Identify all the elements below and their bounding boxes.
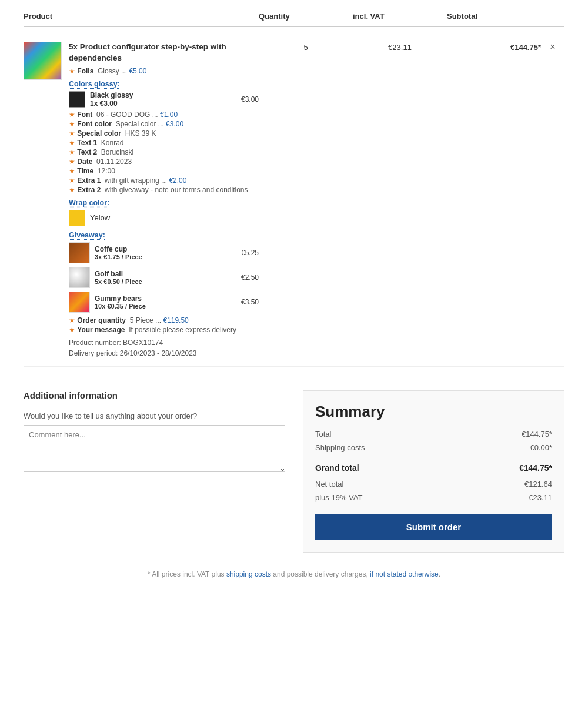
coffe-cup-info: Coffe cup 3x €1.75 / Piece xyxy=(95,245,236,260)
font-color-item: ★ Font color Special color ... €3.00 xyxy=(69,120,259,128)
extra1-item: ★ Extra 1 with gift wrapping ... €2.00 xyxy=(69,176,259,185)
product-thumbnail xyxy=(24,42,62,80)
grand-total-row: Grand total €144.75* xyxy=(315,457,552,473)
coffe-cup-price: €5.25 xyxy=(241,249,259,257)
footer-note-after: and possible delivery charges, xyxy=(271,570,370,578)
gummy-bears-info: Gummy bears 10x €0.35 / Piece xyxy=(95,294,236,310)
vat-value: €23.11 xyxy=(529,493,552,502)
cart-row: 5x Product configurator step-by-step wit… xyxy=(24,33,564,367)
col-vat-label: incl. VAT xyxy=(353,12,447,21)
golf-ball-thumb xyxy=(69,267,90,288)
golf-ball-qty: 5x €0.50 / Piece xyxy=(95,278,236,285)
coffe-cup-qty: 3x €1.75 / Piece xyxy=(95,253,236,260)
delivery-period: Delivery period: 26/10/2023 - 28/10/2023 xyxy=(69,349,259,357)
coffe-cup-name: Coffe cup xyxy=(95,245,236,253)
wrap-color-name: Yelow xyxy=(90,213,110,222)
col-quantity-label: Quantity xyxy=(259,12,353,21)
total-value: €144.75* xyxy=(522,430,552,439)
total-label: Total xyxy=(315,430,331,439)
special-color-item: ★ Special color HKS 39 K xyxy=(69,129,259,138)
wrap-color-label[interactable]: Wrap color: xyxy=(69,199,259,207)
black-glossy-option: Black glossy 1x €3.00 €3.00 xyxy=(69,91,259,108)
product-title: 5x Product configurator step-by-step wit… xyxy=(69,42,259,64)
vat-row: plus 19% VAT €23.11 xyxy=(315,493,552,502)
foils-item: ★ Foils Glossy ... €5.00 xyxy=(69,67,259,75)
black-glossy-name: Black glossy 1x €3.00 xyxy=(90,91,133,108)
shipping-label: Shipping costs xyxy=(315,443,365,452)
gummy-bears-image xyxy=(69,292,89,312)
coffe-cup-item: Coffe cup 3x €1.75 / Piece €5.25 xyxy=(69,242,259,263)
shipping-value: €0.00* xyxy=(530,443,552,452)
gummy-bears-item: Gummy bears 10x €0.35 / Piece €3.50 xyxy=(69,292,259,313)
vat-label: plus 19% VAT xyxy=(315,493,362,502)
shipping-costs-link[interactable]: shipping costs xyxy=(226,570,271,578)
subtotal-cell: €144.75* xyxy=(447,42,541,52)
total-row: Total €144.75* xyxy=(315,430,552,439)
grand-total-label: Grand total xyxy=(315,463,359,473)
if-not-stated-link[interactable]: if not stated otherwise xyxy=(370,570,439,578)
additional-info-section: Additional information Would you like to… xyxy=(24,390,285,553)
grand-total-value: €144.75* xyxy=(519,463,552,473)
golf-ball-image xyxy=(69,267,89,287)
giveaway-label[interactable]: Giveaway: xyxy=(69,231,259,239)
gummy-bears-price: €3.50 xyxy=(241,298,259,306)
gummy-bears-qty: 10x €0.35 / Piece xyxy=(95,303,236,310)
submit-order-button[interactable]: Submit order xyxy=(315,514,552,540)
net-total-row: Net total €121.64 xyxy=(315,480,552,488)
additional-info-divider xyxy=(24,404,285,404)
footer-note-before: * All prices incl. VAT plus xyxy=(148,570,226,578)
golf-ball-item: Golf ball 5x €0.50 / Piece €2.50 xyxy=(69,267,259,288)
foils-star: ★ xyxy=(69,67,75,75)
quantity-cell: 5 xyxy=(259,42,353,52)
order-quantity-item: ★ Order quantity 5 Piece ... €119.50 xyxy=(69,316,259,324)
text2-item: ★ Text 2 Borucinski xyxy=(69,148,259,156)
your-message-item: ★ Your message If possible please expres… xyxy=(69,326,259,334)
footer-note-end: . xyxy=(439,570,440,578)
extra2-item: ★ Extra 2 with giveaway - note our terms… xyxy=(69,186,259,194)
additional-info-title: Additional information xyxy=(24,390,285,400)
col-product-label: Product xyxy=(24,12,259,21)
footer-note: * All prices incl. VAT plus shipping cos… xyxy=(24,570,564,578)
summary-title: Summary xyxy=(315,403,552,421)
comment-textarea[interactable] xyxy=(24,425,285,472)
net-total-label: Net total xyxy=(315,480,343,488)
additional-info-question: Would you like to tell us anything about… xyxy=(24,411,285,420)
yellow-swatch xyxy=(69,210,85,226)
product-thumb-image xyxy=(24,42,61,79)
date-item: ★ Date 01.11.2023 xyxy=(69,158,259,166)
product-details: 5x Product configurator step-by-step wit… xyxy=(69,42,259,357)
golf-ball-name: Golf ball xyxy=(95,270,236,278)
cart-table-header: Product Quantity incl. VAT Subtotal xyxy=(24,12,564,27)
col-subtotal-label: Subtotal xyxy=(447,12,541,21)
font-item: ★ Font 06 - GOOD DOG ... €1.00 xyxy=(69,111,259,119)
golf-ball-price: €2.50 xyxy=(241,273,259,282)
black-swatch xyxy=(69,91,85,108)
coffe-cup-thumb xyxy=(69,242,90,263)
product-number: Product number: BOGX10174 xyxy=(69,339,259,347)
gummy-bears-thumb xyxy=(69,292,90,313)
summary-box: Summary Total €144.75* Shipping costs €0… xyxy=(303,390,564,553)
time-item: ★ Time 12:00 xyxy=(69,167,259,175)
gummy-bears-name: Gummy bears xyxy=(95,294,236,303)
text1-item: ★ Text 1 Konrad xyxy=(69,139,259,147)
vat-cell: €23.11 xyxy=(353,42,447,52)
golf-ball-info: Golf ball 5x €0.50 / Piece xyxy=(95,270,236,285)
colors-glossy-label[interactable]: Colors glossy: xyxy=(69,80,259,88)
shipping-row: Shipping costs €0.00* xyxy=(315,443,552,452)
net-total-value: €121.64 xyxy=(524,480,552,488)
wrap-color-option: Yelow xyxy=(69,210,259,226)
coffe-cup-image xyxy=(69,243,89,263)
remove-button[interactable]: × xyxy=(541,42,564,52)
bottom-section: Additional information Would you like to… xyxy=(24,390,564,553)
black-glossy-price: €3.00 xyxy=(241,95,259,103)
product-cell: 5x Product configurator step-by-step wit… xyxy=(24,42,259,357)
